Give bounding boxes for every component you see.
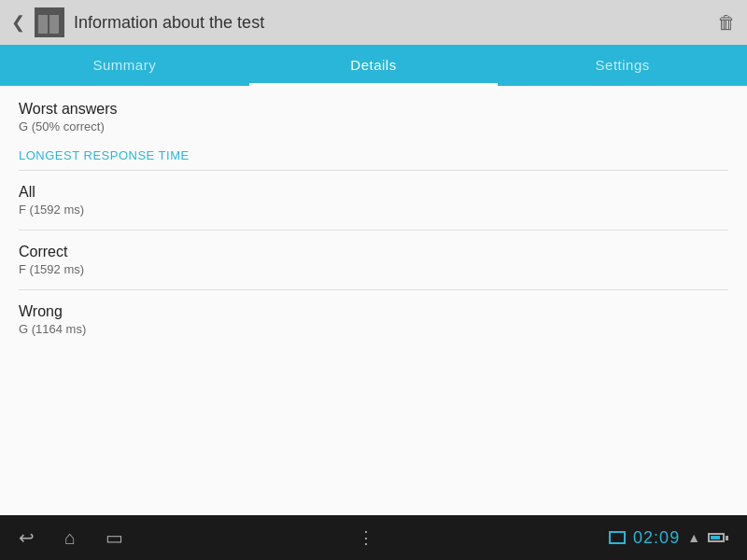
response-correct-title: Correct [19,244,728,260]
response-all: All F (1592 ms) [19,171,728,231]
signal-icon: ▲ [687,530,700,545]
response-all-sub: F (1592 ms) [19,203,728,217]
top-bar: ❮ Information about the test 🗑 [0,0,747,45]
worst-answers-section: Worst answers G (50% correct) [19,101,728,133]
response-correct-sub: F (1592 ms) [19,262,728,276]
status-bar: 02:09 ▲ [609,528,728,548]
longest-response-label: LONGEST RESPONSE TIME [19,148,728,162]
tab-bar: Summary Details Settings [0,45,747,86]
worst-answers-heading: Worst answers [19,101,728,118]
response-wrong-title: Wrong [19,303,728,320]
response-correct: Correct F (1592 ms) [19,231,728,290]
battery-icon [708,532,728,543]
tab-summary[interactable]: Summary [0,45,249,86]
page-title: Information about the test [74,13,264,33]
tab-details[interactable]: Details [249,45,499,86]
svg-rect-2 [38,11,48,15]
app-icon [35,7,64,37]
svg-rect-3 [49,11,59,15]
delete-button[interactable]: 🗑 [717,12,736,34]
bottom-nav-bar: ↩ ⌂ ▭ ⋮ 02:09 ▲ [0,515,747,560]
worst-answers-sub: G (50% correct) [19,119,728,133]
screen-icon [609,531,626,544]
home-nav-icon[interactable]: ⌂ [64,527,76,549]
content-area: Worst answers G (50% correct) LONGEST RE… [0,86,747,515]
clock: 02:09 [633,528,680,548]
tab-settings[interactable]: Settings [498,45,747,86]
back-nav-icon[interactable]: ↩ [19,526,35,549]
back-button[interactable]: ❮ [11,12,25,33]
nav-icons: ↩ ⌂ ▭ [19,526,123,549]
recents-nav-icon[interactable]: ▭ [106,526,123,549]
response-wrong-sub: G (1164 ms) [19,322,728,336]
response-all-title: All [19,184,728,201]
response-wrong: Wrong G (1164 ms) [19,290,728,349]
more-options-icon[interactable]: ⋮ [358,527,374,548]
